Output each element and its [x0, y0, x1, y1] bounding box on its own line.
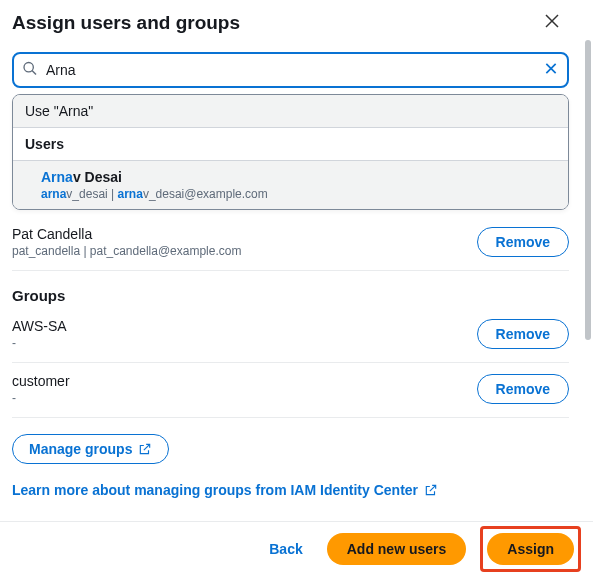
external-link-icon: [138, 442, 152, 456]
search-icon: [22, 61, 38, 80]
close-icon: [543, 12, 561, 30]
svg-point-2: [24, 63, 33, 72]
dropdown-user-name: Arnav Desai: [41, 169, 556, 185]
dropdown-user-option[interactable]: Arnav Desai arnav_desai | arnav_desai@ex…: [13, 161, 568, 209]
scrollbar[interactable]: [585, 40, 591, 340]
search-input[interactable]: [46, 62, 535, 78]
assign-highlight: Assign: [480, 526, 581, 572]
remove-group-button[interactable]: Remove: [477, 319, 569, 349]
dialog-footer: Back Add new users Assign: [0, 521, 593, 575]
assigned-group-row: customer - Remove: [12, 363, 569, 418]
group-sub: -: [12, 336, 67, 350]
manage-groups-button[interactable]: Manage groups: [12, 434, 169, 464]
user-sub: pat_candella | pat_candella@example.com: [12, 244, 241, 258]
group-sub: -: [12, 391, 70, 405]
assign-button[interactable]: Assign: [487, 533, 574, 565]
external-link-icon: [424, 483, 438, 497]
use-literal-option[interactable]: Use "Arna": [13, 95, 568, 128]
close-button[interactable]: [543, 12, 561, 33]
user-name: Pat Candella: [12, 226, 241, 242]
svg-line-3: [32, 71, 36, 75]
assigned-group-row: AWS-SA - Remove: [12, 308, 569, 363]
remove-user-button[interactable]: Remove: [477, 227, 569, 257]
dropdown-user-sub: arnav_desai | arnav_desai@example.com: [41, 187, 556, 201]
dropdown-section-header: Users: [13, 128, 568, 161]
add-new-users-button[interactable]: Add new users: [327, 533, 467, 565]
search-dropdown: Use "Arna" Users Arnav Desai arnav_desai…: [12, 94, 569, 210]
back-button[interactable]: Back: [259, 533, 312, 565]
clear-search-button[interactable]: [543, 61, 559, 80]
remove-group-button[interactable]: Remove: [477, 374, 569, 404]
dialog-body: Assign users and groups Use "Arna" Users…: [0, 0, 583, 521]
learn-more-link[interactable]: Learn more about managing groups from IA…: [12, 482, 438, 498]
groups-header: Groups: [12, 287, 569, 304]
group-name: AWS-SA: [12, 318, 67, 334]
assigned-user-row: Pat Candella pat_candella | pat_candella…: [12, 216, 569, 271]
dialog-title: Assign users and groups: [12, 12, 569, 34]
group-name: customer: [12, 373, 70, 389]
close-icon: [543, 61, 559, 77]
search-field[interactable]: [12, 52, 569, 88]
